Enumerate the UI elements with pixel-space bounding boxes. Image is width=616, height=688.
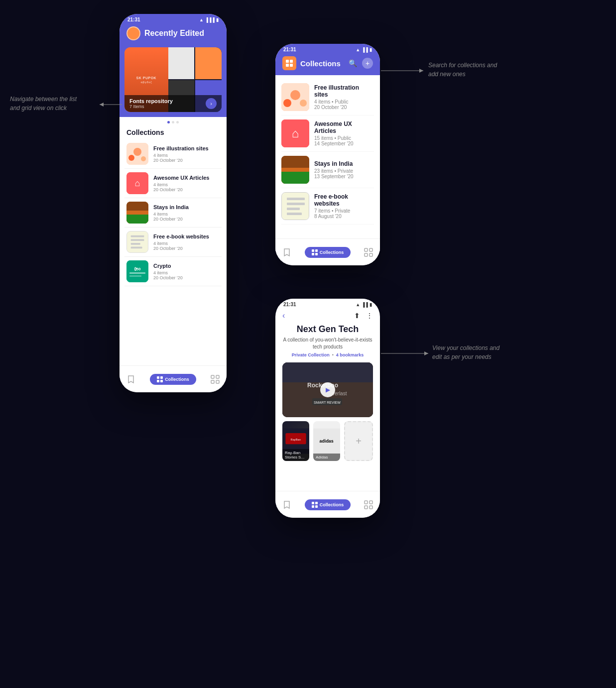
bottom-right-annotation: View your collections and edit as per yo…: [432, 344, 532, 361]
collection-info-4: Free e-book websites 4 items 20 October …: [153, 233, 220, 250]
add-item-btn[interactable]: +: [344, 421, 373, 461]
hero-card-btn[interactable]: ›: [206, 98, 217, 109]
nav-grid[interactable]: [211, 375, 220, 384]
coll-name-p2-4: Free e-book websites: [314, 193, 374, 207]
battery-icon: ▮: [216, 17, 219, 22]
list-item[interactable]: Free e-book websites 7 items • Private 8…: [281, 188, 374, 225]
mini-box-2: [195, 47, 222, 79]
svg-rect-47: [315, 253, 318, 255]
p3-collections-label: Collections: [320, 502, 344, 507]
svg-rect-48: [365, 248, 368, 251]
svg-rect-24: [211, 380, 214, 383]
thumb-airbnb: ⌂: [126, 172, 148, 194]
phone1-bottom-nav: Collections: [120, 365, 227, 392]
dot-3: [176, 121, 179, 123]
coll-meta-p2-1: 4 items • Public 20 October '20: [314, 99, 374, 110]
collection-meta-1: 4 items 20 October '20: [153, 153, 220, 163]
svg-rect-28: [286, 64, 289, 67]
signal-icon-2: ▐▐: [362, 47, 368, 52]
svg-rect-25: [216, 380, 219, 383]
collection-detail-title: Next Gen Tech: [282, 324, 373, 335]
phone2-bottom-nav: Collections: [275, 238, 380, 265]
time-2: 21:31: [283, 47, 296, 52]
list-item[interactable]: Stays in India 23 items • Private 13 Sep…: [281, 152, 374, 188]
coll-name-p2-1: Free illustration sites: [314, 84, 374, 98]
hero-card-info: Fonts repository 7 Items: [129, 98, 173, 109]
svg-rect-50: [365, 253, 368, 256]
collections-icon: [282, 56, 296, 70]
hero-card[interactable]: SK PUPOK αβγδεζ Fonts repository 7 Items: [124, 47, 222, 112]
thumb-crypto: ₿50: [126, 260, 148, 282]
list-item[interactable]: Free illustration sites 4 items 20 Octob…: [124, 139, 222, 169]
time-3: 21:31: [283, 302, 296, 307]
share-icon[interactable]: ⬆: [354, 312, 360, 320]
list-item[interactable]: ⌂ Awesome UX Articles 15 items • Public …: [281, 115, 374, 152]
thumb-p2-india: [281, 156, 309, 184]
list-item[interactable]: ₿50 Crypto 4 items 20 October '20: [124, 257, 222, 286]
status-bar-1: 21:31 ▲ ▐▐▐ ▮: [120, 14, 227, 24]
coll-name-p2-3: Stays in India: [314, 160, 374, 167]
add-collection-btn[interactable]: +: [362, 58, 373, 69]
list-item[interactable]: adidas Adidas: [313, 421, 340, 461]
svg-rect-27: [290, 60, 293, 63]
svg-rect-21: [160, 380, 163, 382]
carousel-dots: [120, 117, 227, 125]
svg-marker-76: [424, 351, 428, 355]
phone3-top-bar: ‹ ⬆ ⋮: [275, 309, 380, 324]
svg-rect-8: [126, 211, 148, 215]
svg-rect-66: [315, 505, 318, 508]
thumb-p2-illustration: [281, 83, 309, 111]
top-right-arrow: [381, 66, 428, 76]
play-button[interactable]: ▶: [320, 382, 335, 397]
nav-collections-p3[interactable]: Collections: [305, 499, 351, 510]
coll-info-p2-1: Free illustration sites 4 items • Public…: [314, 84, 374, 110]
thumb-p2-ebook: [281, 192, 309, 220]
left-arrow: [95, 100, 124, 110]
hero-card-sub: 7 Items: [129, 104, 173, 109]
battery-icon-2: ▮: [370, 47, 372, 52]
phone1-collection-list[interactable]: Free illustration sites 4 items 20 Octob…: [120, 139, 227, 392]
nav-collections-p2[interactable]: Collections: [305, 247, 351, 258]
search-icon[interactable]: 🔍: [349, 59, 357, 67]
thumb-illustration: [126, 143, 148, 165]
svg-rect-65: [312, 505, 314, 508]
left-annotation: Navigate between the list and grid view …: [10, 95, 90, 113]
svg-rect-14: [126, 260, 148, 282]
video-card[interactable]: Rocketboo verlast SMART REVIEW ▶ ▶ Smart…: [282, 362, 373, 417]
p2-collections-label: Collections: [320, 250, 344, 255]
list-item[interactable]: Stays in India 4 items 20 October '20: [124, 198, 222, 228]
wifi-icon-3: ▲: [356, 302, 360, 307]
collection-name-5: Crypto: [153, 262, 220, 269]
list-item[interactable]: Free e-book websites 4 items 20 October …: [124, 228, 222, 257]
svg-point-1: [133, 148, 141, 156]
nav-bookmark-p2[interactable]: [282, 248, 291, 257]
list-item[interactable]: RayBan Ray-Ban Stories S...: [282, 421, 309, 461]
collection-meta-4: 4 items 20 October '20: [153, 241, 220, 251]
collection-info-2: Awesome UX Articles 4 items 20 October '…: [153, 174, 220, 192]
wifi-icon: ▲: [199, 17, 204, 22]
small-cards-row: RayBan Ray-Ban Stories S... adidas Adida…: [282, 421, 373, 461]
avatar[interactable]: [126, 26, 140, 40]
hero-card-overlay: Fonts repository 7 Items ›: [124, 95, 222, 112]
svg-point-2: [128, 155, 134, 161]
collection-name-4: Free e-book websites: [153, 233, 220, 240]
svg-rect-63: [312, 502, 314, 504]
back-button[interactable]: ‹: [282, 311, 285, 320]
small-card-label-2: Adidas: [313, 454, 340, 461]
nav-grid-p2[interactable]: [364, 248, 373, 257]
more-icon[interactable]: ⋮: [366, 312, 373, 320]
svg-rect-70: [370, 506, 372, 509]
collection-detail-meta: Private Collection • 4 bookmarks: [282, 352, 373, 357]
nav-collections-active[interactable]: Collections: [150, 374, 196, 385]
phone2-header: Collections 🔍 +: [275, 54, 380, 75]
collection-name-1: Free illustration sites: [153, 145, 220, 152]
coll-meta-p2-3: 23 items • Private 13 September '20: [314, 168, 374, 179]
nav-bookmark[interactable]: [126, 375, 135, 384]
svg-point-31: [290, 90, 300, 100]
nav-grid-p3[interactable]: [364, 500, 373, 509]
list-item[interactable]: ⌂ Awesome UX Articles 4 items 20 October…: [124, 169, 222, 198]
nav-bookmark-p3[interactable]: [282, 500, 291, 509]
phone-1: 21:31 ▲ ▐▐▐ ▮ Recently Edited SK PUPOK α…: [120, 14, 227, 392]
list-item[interactable]: Free illustration sites 4 items • Public…: [281, 79, 374, 115]
svg-rect-51: [370, 253, 372, 256]
